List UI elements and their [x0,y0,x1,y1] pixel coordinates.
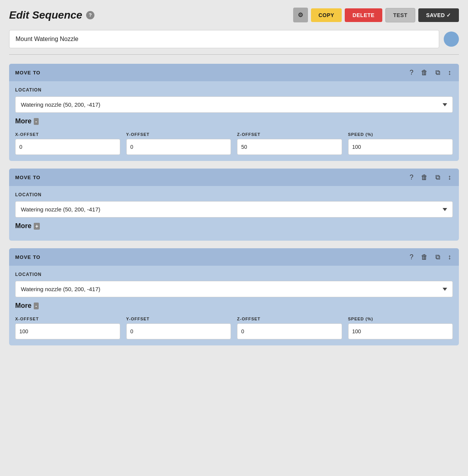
step-3-x-input[interactable] [15,323,120,339]
step-3-location-label: LOCATION [15,272,453,277]
step-2-copy-button[interactable]: ⧉ [434,173,442,181]
step-1-y-field: Y-OFFSET [126,132,231,155]
step-2-location-label: LOCATION [15,192,453,197]
step-1-x-label: X-OFFSET [15,132,120,137]
step-3-toggle-icon: - [34,303,39,309]
step-1-toggle-icon: - [34,118,39,125]
step-1-delete-button[interactable]: 🗑 [419,68,429,77]
settings-button[interactable]: ⚙ [293,8,308,22]
step-3-z-input[interactable] [237,323,342,339]
step-2-more-toggle[interactable]: More + [15,222,40,230]
title-text: Edit Sequence [9,9,82,21]
step-2-header: MOVE TO ? 🗑 ⧉ ↕ [9,169,459,186]
step-1-title: MOVE TO [15,70,41,76]
step-3-delete-button[interactable]: 🗑 [419,253,429,261]
step-3-z-label: Z-OFFSET [237,317,342,321]
step-2-body: LOCATION Watering nozzle (50, 200, -417)… [9,186,459,241]
step-card-3: MOVE TO ? 🗑 ⧉ ↕ LOCATION Watering nozzle… [9,248,459,345]
step-1-offsets: X-OFFSET Y-OFFSET Z-OFFSET SPEED (%) [15,132,453,155]
step-3-speed-field: SPEED (%) [348,317,453,339]
step-3-body: LOCATION Watering nozzle (50, 200, -417)… [9,266,459,345]
color-dot[interactable] [444,32,459,47]
step-1-body: LOCATION Watering nozzle (50, 200, -417)… [9,81,459,161]
step-1-copy-button[interactable]: ⧉ [434,68,442,77]
page-container: Edit Sequence ? ⚙ COPY DELETE TEST SAVED… [0,0,468,476]
step-3-offsets: X-OFFSET Y-OFFSET Z-OFFSET SPEED (%) [15,317,453,339]
step-3-header: MOVE TO ? 🗑 ⧉ ↕ [9,248,459,266]
step-1-speed-label: SPEED (%) [348,132,453,137]
step-1-more-toggle[interactable]: More - [15,117,39,125]
step-3-y-field: Y-OFFSET [126,317,231,339]
step-3-help-button[interactable]: ? [408,253,415,261]
step-3-location-select[interactable]: Watering nozzle (50, 200, -417) [15,281,453,297]
step-3-x-label: X-OFFSET [15,317,120,321]
help-icon[interactable]: ? [86,11,94,19]
step-1-z-field: Z-OFFSET [237,132,342,155]
step-3-y-label: Y-OFFSET [126,317,231,321]
sequence-name-input[interactable] [9,30,439,48]
step-2-toggle-icon: + [34,223,40,230]
step-1-location-label: LOCATION [15,87,453,93]
divider [9,54,459,55]
step-3-copy-button[interactable]: ⧉ [434,253,442,261]
step-1-speed-field: SPEED (%) [348,132,453,155]
step-3-actions: ? 🗑 ⧉ ↕ [408,253,453,261]
step-card-2: MOVE TO ? 🗑 ⧉ ↕ LOCATION Watering nozzle… [9,169,459,241]
step-3-y-input[interactable] [126,323,231,339]
header-actions: ⚙ COPY DELETE TEST SAVED ✓ [293,8,459,22]
step-1-x-input[interactable] [15,139,120,155]
step-1-location-select[interactable]: Watering nozzle (50, 200, -417) [15,96,453,113]
step-1-move-button[interactable]: ↕ [446,68,453,77]
step-1-z-label: Z-OFFSET [237,132,342,137]
step-2-location-select[interactable]: Watering nozzle (50, 200, -417) [15,201,453,218]
step-3-more-toggle[interactable]: More - [15,302,39,310]
step-2-actions: ? 🗑 ⧉ ↕ [408,173,453,181]
step-1-y-label: Y-OFFSET [126,132,231,137]
step-2-title: MOVE TO [15,175,41,180]
step-2-move-button[interactable]: ↕ [446,173,453,181]
step-3-title: MOVE TO [15,254,41,260]
page-title: Edit Sequence ? [9,9,94,21]
step-1-help-button[interactable]: ? [408,68,415,77]
step-2-help-button[interactable]: ? [408,173,415,181]
test-button[interactable]: TEST [385,8,416,22]
step-1-z-input[interactable] [237,139,342,155]
name-row [9,30,459,48]
step-1-y-input[interactable] [126,139,231,155]
step-3-x-field: X-OFFSET [15,317,120,339]
step-1-x-field: X-OFFSET [15,132,120,155]
step-2-delete-button[interactable]: 🗑 [419,173,429,181]
step-3-speed-input[interactable] [348,323,453,339]
delete-button[interactable]: DELETE [345,8,382,22]
step-3-move-button[interactable]: ↕ [446,253,453,261]
step-1-speed-input[interactable] [348,139,453,155]
saved-button[interactable]: SAVED ✓ [418,8,459,22]
step-1-header: MOVE TO ? 🗑 ⧉ ↕ [9,64,459,81]
step-card: MOVE TO ? 🗑 ⧉ ↕ LOCATION Watering nozzle… [9,64,459,161]
step-3-z-field: Z-OFFSET [237,317,342,339]
step-3-speed-label: SPEED (%) [348,317,453,321]
step-1-actions: ? 🗑 ⧉ ↕ [408,68,453,77]
copy-button[interactable]: COPY [311,8,342,22]
header: Edit Sequence ? ⚙ COPY DELETE TEST SAVED… [9,8,459,22]
